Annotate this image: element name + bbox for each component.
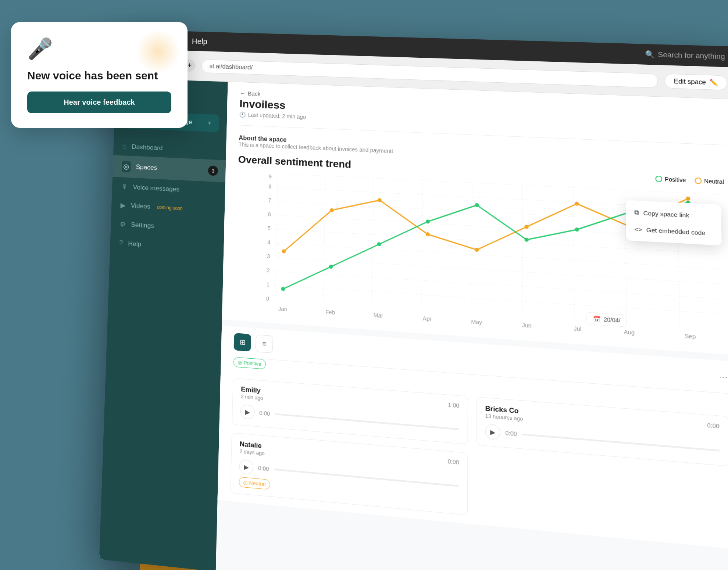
list-view-button[interactable]: ≡ bbox=[256, 334, 273, 353]
message-sender-info: Emilly 2 min ago bbox=[241, 386, 264, 401]
neutral-circle-icon: ◎ bbox=[243, 479, 247, 486]
play-time: 0:00 bbox=[259, 410, 270, 417]
play-time: 0:00 bbox=[258, 465, 269, 472]
svg-text:5: 5 bbox=[268, 225, 271, 231]
grid-view-button[interactable]: ⊞ bbox=[233, 333, 251, 352]
sidebar-item-label-spaces: Spaces bbox=[136, 163, 157, 172]
sidebar-item-label-settings: Settings bbox=[131, 221, 154, 230]
positive-circle-icon: ◎ bbox=[238, 359, 242, 366]
sentiment-chart: 0 1 2 3 4 5 6 7 8 9 Jan Feb Mar bbox=[235, 172, 727, 344]
edit-space-button[interactable]: Edit space ✏️ bbox=[665, 74, 727, 90]
svg-text:Sep: Sep bbox=[685, 333, 696, 340]
video-icon: ▶ bbox=[120, 201, 126, 209]
svg-text:2: 2 bbox=[267, 267, 270, 274]
hear-feedback-button[interactable]: Hear voice feedback bbox=[27, 92, 171, 113]
record-btn-plus-icon: + bbox=[208, 119, 212, 126]
browser-window: Go Window Help 🔍 Search for anything inv… bbox=[99, 29, 728, 570]
date-text: 20/04/ bbox=[604, 316, 621, 324]
svg-text:Jul: Jul bbox=[574, 325, 582, 332]
copy-icon: ⧉ bbox=[634, 209, 639, 216]
svg-text:Jan: Jan bbox=[278, 306, 287, 313]
svg-text:Jun: Jun bbox=[522, 322, 532, 329]
coming-soon-badge: coming soon bbox=[157, 204, 183, 211]
os-search: 🔍 Search for anything bbox=[645, 50, 725, 61]
chart-legend: Positive Neutral bbox=[655, 175, 724, 185]
section-positive-badge: ◎ Positive bbox=[233, 357, 265, 369]
svg-text:Mar: Mar bbox=[374, 312, 383, 319]
svg-text:Aug: Aug bbox=[624, 329, 635, 336]
spaces-icon: ◎ bbox=[122, 161, 131, 172]
svg-text:8: 8 bbox=[268, 183, 272, 190]
audio-waveform bbox=[522, 434, 720, 452]
play-button[interactable]: ▶ bbox=[240, 404, 255, 420]
last-updated-text: Last updated: 2 min ago bbox=[248, 112, 306, 120]
spaces-badge: 3 bbox=[208, 165, 218, 176]
audio-waveform bbox=[275, 413, 459, 430]
sidebar-item-label-help: Help bbox=[128, 240, 141, 248]
date-filter[interactable]: 📅 20/04/ bbox=[586, 312, 627, 327]
message-card: Bricks Co 13 houurss ago 0:00 ▶ 0:00 bbox=[476, 397, 728, 466]
messages-section: ⊞ ≡ ⋯ ◎ Positive Emi bbox=[218, 326, 728, 550]
svg-text:Feb: Feb bbox=[325, 309, 335, 316]
messages-menu-button[interactable]: ⋯ bbox=[719, 372, 728, 382]
main-content: ← Back Invoiless 🕐 Last updated: 2 min a… bbox=[216, 82, 728, 570]
help-icon: ? bbox=[119, 239, 123, 247]
app-layout: 〰️ Verbanest Record a new message + ⌂ Da… bbox=[99, 78, 728, 570]
back-arrow-icon: ← bbox=[240, 90, 246, 96]
message-sender-info: Bricks Co 13 houurss ago bbox=[485, 405, 523, 422]
message-card: Natalie 2 days ago 0:00 ▶ 0:00 bbox=[230, 433, 468, 515]
positive-label: Positive bbox=[665, 176, 686, 183]
notif-glow bbox=[136, 29, 180, 74]
svg-rect-0 bbox=[275, 173, 727, 330]
search-text: Search for anything bbox=[658, 50, 725, 61]
copy-space-link-label: Copy space link bbox=[643, 209, 689, 218]
neutral-badge: ◎ Neutral bbox=[239, 477, 270, 490]
message-duration: 1:00 bbox=[448, 402, 459, 409]
sidebar-item-label-videos: Videos bbox=[131, 202, 150, 211]
settings-icon: ⚙ bbox=[119, 220, 126, 229]
message-duration: 0:00 bbox=[707, 422, 719, 430]
svg-text:May: May bbox=[471, 318, 482, 326]
svg-text:0: 0 bbox=[266, 295, 270, 302]
notification-popup: 🎤 New voice has been sent Hear voice fee… bbox=[11, 22, 188, 128]
svg-text:9: 9 bbox=[269, 173, 272, 180]
positive-legend-dot bbox=[655, 175, 662, 182]
chart-title: Overall sentiment trend bbox=[238, 154, 351, 171]
play-button[interactable]: ▶ bbox=[485, 424, 500, 440]
neutral-label: Neutral bbox=[704, 178, 724, 185]
sidebar-item-label-voice: Voice messages bbox=[133, 183, 179, 193]
svg-text:7: 7 bbox=[268, 197, 271, 204]
chart-container: 0 1 2 3 4 5 6 7 8 9 Jan Feb Mar bbox=[235, 172, 727, 344]
play-button[interactable]: ▶ bbox=[239, 459, 254, 475]
svg-text:1: 1 bbox=[266, 281, 270, 288]
svg-text:Apr: Apr bbox=[423, 315, 432, 322]
clock-icon: 🕐 bbox=[239, 111, 246, 118]
edit-icon: ✏️ bbox=[709, 79, 718, 87]
calendar-icon: 📅 bbox=[593, 315, 600, 322]
legend-positive: Positive bbox=[655, 175, 686, 183]
message-time: 2 min ago bbox=[241, 393, 263, 401]
menu-help[interactable]: Help bbox=[192, 37, 208, 46]
legend-neutral: Neutral bbox=[695, 177, 724, 185]
message-card: Emilly 2 min ago 1:00 ▶ 0:00 bbox=[232, 378, 468, 445]
svg-text:3: 3 bbox=[267, 253, 270, 260]
svg-text:4: 4 bbox=[267, 239, 271, 245]
back-label: Back bbox=[248, 90, 261, 97]
message-duration: 0:00 bbox=[448, 458, 459, 466]
message-sender-info: Natalie 2 days ago bbox=[239, 440, 265, 456]
sidebar-item-label-dashboard: Dashboard bbox=[132, 143, 163, 152]
get-embedded-code-label: Get embedded code bbox=[646, 226, 706, 236]
neutral-legend-dot bbox=[695, 177, 702, 184]
edit-space-label: Edit space bbox=[674, 78, 706, 86]
home-icon: ⌂ bbox=[122, 142, 127, 150]
svg-text:6: 6 bbox=[268, 211, 271, 217]
play-time: 0:00 bbox=[505, 430, 517, 437]
search-icon: 🔍 bbox=[645, 50, 654, 59]
code-icon: <> bbox=[635, 226, 642, 233]
microphone-nav-icon: 🎙 bbox=[121, 183, 128, 191]
context-menu: ⧉ Copy space link <> Get embedded code bbox=[625, 200, 721, 245]
sidebar: 〰️ Verbanest Record a new message + ⌂ Da… bbox=[99, 78, 228, 570]
